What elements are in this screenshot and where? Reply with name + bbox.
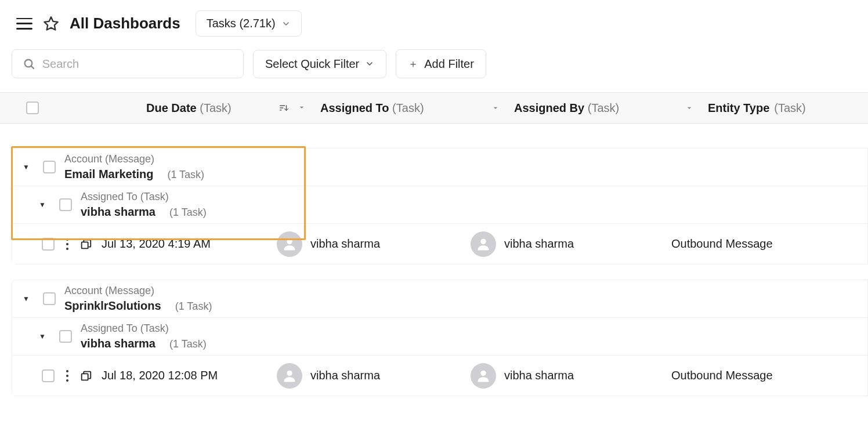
svg-marker-0 [44,17,57,30]
collapse-toggle[interactable]: ▼ [18,295,34,303]
assigned-to-cell: vibha sharma [277,231,471,257]
task-row[interactable]: Jul 13, 2020 4:19 AM vibha sharma vibha … [12,223,867,264]
column-assigned-by[interactable]: Assigned By (Task) [507,102,701,115]
open-icon[interactable] [79,369,92,382]
filter-chevron-icon[interactable] [685,103,694,113]
open-icon[interactable] [79,238,92,251]
svg-point-10 [66,375,68,377]
due-date-cell: Jul 18, 2020 12:08 PM [99,369,277,382]
svg-line-2 [31,66,34,68]
search-box[interactable] [12,49,244,78]
task-group: ▼ Account (Message) Email Marketing (1 T… [12,148,868,264]
avatar-icon [277,231,302,257]
more-icon[interactable] [66,369,69,382]
assigned-to-cell: vibha sharma [277,363,471,389]
chevron-down-icon [365,59,374,68]
page-title: All Dashboards [70,14,180,32]
more-icon[interactable] [66,238,69,251]
subgroup-checkbox[interactable] [59,330,72,343]
avatar-icon [471,363,496,389]
menu-icon[interactable] [16,18,32,30]
collapse-toggle[interactable]: ▼ [34,332,50,340]
search-input[interactable] [42,57,233,71]
tasks-dropdown[interactable]: Tasks (2.71k) [196,10,302,37]
select-all-checkbox[interactable] [26,102,39,114]
column-entity-type[interactable]: Entity Type (Task) [701,102,868,115]
filter-chevron-icon[interactable] [297,103,306,112]
group-checkbox[interactable] [43,161,56,173]
svg-point-14 [480,370,486,375]
subgroup-sub-label: Assigned To (Task) [81,191,207,203]
entity-type-cell: Outbound Message [664,369,867,382]
group-checkbox[interactable] [43,292,56,305]
assigned-by-cell: vibha sharma [471,231,664,257]
tasks-label: Tasks (2.71k) [207,17,276,30]
filter-chevron-icon[interactable] [491,103,500,113]
column-due-date[interactable]: Due Date (Task) [139,102,313,115]
group-sub-label: Account (Message) [64,153,204,165]
svg-rect-12 [82,374,88,380]
svg-point-3 [66,238,68,241]
svg-point-4 [66,243,68,245]
avatar-icon [471,231,496,257]
svg-point-9 [66,370,68,372]
subgroup-sub-label: Assigned To (Task) [81,322,207,335]
row-checkbox[interactable] [42,238,55,251]
sort-icon[interactable] [279,103,289,113]
group-count: (1 Task) [167,169,204,181]
task-group: ▼ Account (Message) SprinklrSolutions (1… [12,280,868,396]
svg-point-13 [287,370,292,375]
table-header: Due Date (Task) Assigned To (Task) Assig… [0,92,868,124]
svg-point-11 [66,379,68,382]
group-count: (1 Task) [175,300,212,313]
row-checkbox[interactable] [42,369,55,382]
due-date-cell: Jul 13, 2020 4:19 AM [99,237,277,251]
plus-icon: ＋ [408,57,418,71]
group-name: SprinklrSolutions [64,299,161,313]
avatar-icon [277,363,302,389]
svg-rect-6 [82,242,88,248]
svg-point-7 [287,238,292,244]
svg-point-8 [480,238,486,244]
quick-filter-dropdown[interactable]: Select Quick Filter [253,50,386,78]
add-filter-button[interactable]: ＋ Add Filter [396,49,486,78]
group-sub-label: Account (Message) [64,285,212,297]
collapse-toggle[interactable]: ▼ [34,201,50,209]
entity-type-cell: Outbound Message [664,237,867,251]
column-assigned-to[interactable]: Assigned To (Task) [313,102,507,115]
subgroup-count: (1 Task) [169,206,207,219]
chevron-down-icon [281,19,291,28]
group-name: Email Marketing [64,168,153,181]
star-icon[interactable] [43,16,59,32]
subgroup-name: vibha sharma [81,205,155,219]
collapse-toggle[interactable]: ▼ [18,163,34,171]
task-row[interactable]: Jul 18, 2020 12:08 PM vibha sharma vibha… [12,355,867,396]
subgroup-checkbox[interactable] [59,198,72,211]
svg-point-5 [66,248,68,250]
search-icon [23,57,35,71]
subgroup-name: vibha sharma [81,337,155,350]
subgroup-count: (1 Task) [169,338,207,350]
assigned-by-cell: vibha sharma [471,363,664,389]
